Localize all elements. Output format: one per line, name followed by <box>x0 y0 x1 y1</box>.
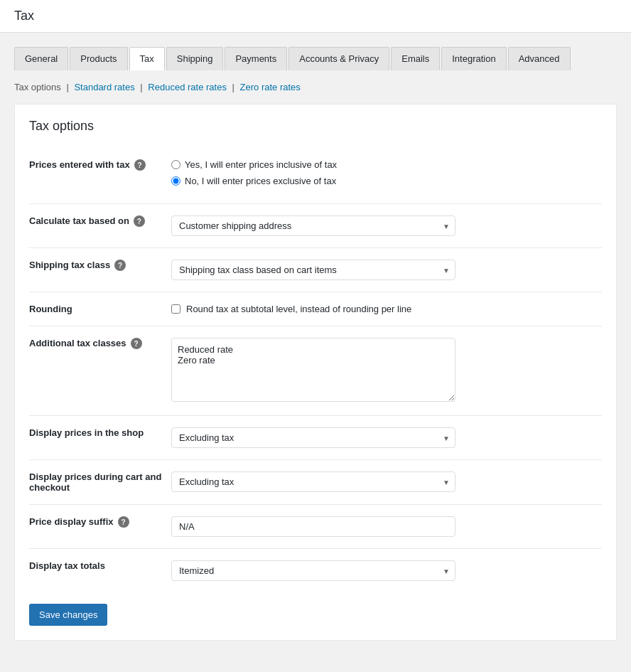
tab-tax[interactable]: Tax <box>129 47 165 70</box>
label-shipping-tax-class: Shipping tax class <box>29 260 110 270</box>
tab-general[interactable]: General <box>14 47 68 70</box>
select-shipping-tax[interactable]: Shipping tax class based on cart items S… <box>171 260 455 280</box>
help-icon-shipping-tax[interactable]: ? <box>114 260 126 271</box>
select-display-prices-shop[interactable]: Excluding tax Including tax <box>171 427 455 448</box>
tax-options-form: Prices entered with tax ? Yes, I will en… <box>29 148 602 592</box>
save-changes-button[interactable]: Save changes <box>29 604 107 626</box>
separator-1: | <box>66 82 68 92</box>
tab-products[interactable]: Products <box>70 47 127 70</box>
tab-advanced[interactable]: Advanced <box>508 47 571 70</box>
help-icon-additional-tax[interactable]: ? <box>131 338 142 349</box>
row-additional-tax-classes: Additional tax classes ? Reduced rate Ze… <box>29 326 602 416</box>
select-wrapper-calculate-tax: Customer shipping address Customer billi… <box>171 215 455 236</box>
select-display-tax-totals[interactable]: Itemized As a single total <box>171 560 455 581</box>
section-title: Tax options <box>29 119 602 134</box>
separator-3: | <box>232 82 234 92</box>
checkbox-rounding[interactable] <box>171 304 180 314</box>
label-display-tax-totals: Display tax totals <box>29 560 105 571</box>
radio-label-yes[interactable]: Yes, I will enter prices inclusive of ta… <box>185 159 337 170</box>
tab-shipping[interactable]: Shipping <box>166 47 224 70</box>
row-prices-entered-with-tax: Prices entered with tax ? Yes, I will en… <box>29 148 602 204</box>
tab-integration[interactable]: Integration <box>441 47 506 70</box>
radio-option-no: No, I will enter prices exclusive of tax <box>171 176 602 186</box>
tab-emails[interactable]: Emails <box>391 47 440 70</box>
row-rounding: Rounding Round tax at subtotal level, in… <box>29 292 602 326</box>
subnav: Tax options | Standard rates | Reduced r… <box>14 82 617 92</box>
label-calculate-tax: Calculate tax based on <box>29 215 129 226</box>
separator-2: | <box>140 82 142 92</box>
label-rounding: Rounding <box>29 304 72 314</box>
label-price-display-suffix: Price display suffix <box>29 516 114 527</box>
textarea-additional-tax-classes[interactable]: Reduced rate Zero rate <box>171 338 455 402</box>
radio-option-yes: Yes, I will enter prices inclusive of ta… <box>171 159 602 170</box>
row-display-prices-shop: Display prices in the shop Excluding tax… <box>29 416 602 460</box>
row-shipping-tax-class: Shipping tax class ? Shipping tax class … <box>29 248 602 292</box>
subnav-standard-rates[interactable]: Standard rates <box>74 82 134 92</box>
row-price-display-suffix: Price display suffix ? <box>29 505 602 549</box>
help-icon-prices-entered[interactable]: ? <box>134 159 146 171</box>
select-calculate-tax[interactable]: Customer shipping address Customer billi… <box>171 215 455 236</box>
label-prices-entered-with-tax: Prices entered with tax <box>29 159 130 170</box>
select-wrapper-display-tax-totals: Itemized As a single total ▼ <box>171 560 455 581</box>
help-icon-calculate-tax[interactable]: ? <box>134 215 145 227</box>
row-display-tax-totals: Display tax totals Itemized As a single … <box>29 549 602 593</box>
checkbox-label-rounding[interactable]: Round tax at subtotal level, instead of … <box>171 304 602 314</box>
select-wrapper-display-prices-cart: Excluding tax Including tax ▼ <box>171 471 455 492</box>
subnav-reduced-rate-rates[interactable]: Reduced rate rates <box>148 82 227 92</box>
help-icon-price-suffix[interactable]: ? <box>118 516 129 528</box>
tabs-nav: General Products Tax Shipping Payments A… <box>14 47 617 70</box>
checkbox-text-rounding: Round tax at subtotal level, instead of … <box>186 304 411 314</box>
row-calculate-tax-based-on: Calculate tax based on ? Customer shippi… <box>29 204 602 248</box>
select-wrapper-display-prices-shop: Excluding tax Including tax ▼ <box>171 427 455 448</box>
radio-prices-no[interactable] <box>171 176 180 186</box>
subnav-current: Tax options <box>14 82 61 92</box>
label-display-prices-shop: Display prices in the shop <box>29 427 144 438</box>
input-price-display-suffix[interactable] <box>171 516 455 537</box>
row-display-prices-cart: Display prices during cart and checkout … <box>29 460 602 505</box>
tab-payments[interactable]: Payments <box>225 47 287 70</box>
page-title: Tax <box>14 9 617 23</box>
select-wrapper-shipping-tax: Shipping tax class based on cart items S… <box>171 260 455 280</box>
radio-prices-yes[interactable] <box>171 160 180 169</box>
label-display-prices-cart: Display prices during cart and checkout <box>29 471 161 493</box>
subnav-zero-rate-rates[interactable]: Zero rate rates <box>240 82 301 92</box>
tab-accounts-privacy[interactable]: Accounts & Privacy <box>288 47 389 70</box>
label-additional-tax-classes: Additional tax classes <box>29 338 126 348</box>
radio-label-no[interactable]: No, I will enter prices exclusive of tax <box>185 176 336 186</box>
select-display-prices-cart[interactable]: Excluding tax Including tax <box>171 471 455 492</box>
